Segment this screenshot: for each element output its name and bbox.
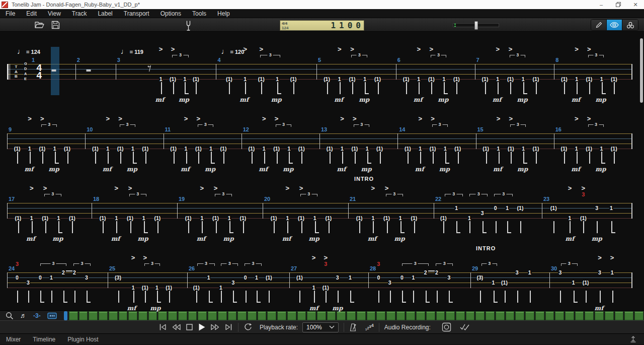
tab-note[interactable]: (1) bbox=[273, 146, 280, 152]
tab-note[interactable]: 3 bbox=[336, 275, 340, 281]
tab-note[interactable]: (1) bbox=[141, 285, 149, 291]
loop-icon[interactable] bbox=[244, 322, 253, 332]
tab-note[interactable]: 1 bbox=[28, 146, 32, 152]
tab-note[interactable]: (1) bbox=[356, 216, 363, 221]
tab-note[interactable]: (1) bbox=[610, 146, 618, 152]
tab-note[interactable]: 1 bbox=[371, 216, 375, 221]
tab-note[interactable]: 1 bbox=[57, 216, 61, 221]
tab-note[interactable]: (1) bbox=[501, 280, 508, 286]
tab-note[interactable]: 2 bbox=[61, 270, 65, 275]
tab-note[interactable]: 1 bbox=[600, 146, 604, 152]
tab-note[interactable]: 0 bbox=[400, 275, 404, 281]
tab-note[interactable]: 0 bbox=[15, 275, 19, 281]
tab-note[interactable]: (1) bbox=[270, 216, 278, 221]
tab-note[interactable]: 1 bbox=[142, 216, 146, 221]
tab-note[interactable]: 1 bbox=[521, 77, 525, 82]
tab-note[interactable]: 3 bbox=[231, 280, 235, 286]
tab-note[interactable]: 1 bbox=[572, 280, 576, 286]
tab-measure[interactable]: 23>>3(1)1(1)31mfmp bbox=[542, 175, 632, 244]
tab-note[interactable]: (1) bbox=[63, 146, 71, 152]
tab-note[interactable]: 1 bbox=[575, 77, 579, 82]
tab-measure[interactable]: 7>>3(1)1(1)1(1)mfmp bbox=[475, 36, 554, 105]
tab-note[interactable]: (1) bbox=[248, 146, 256, 152]
tab-note[interactable]: (1) bbox=[14, 216, 22, 221]
tab-measure[interactable]: 8>>3(1)1(1)1(1)mfmp bbox=[554, 36, 632, 105]
vertical-scrollbar[interactable] bbox=[640, 37, 643, 309]
tab-note[interactable]: (1) bbox=[265, 275, 273, 281]
tab-note[interactable]: 1 bbox=[313, 216, 317, 221]
tab-note[interactable]: 3 bbox=[598, 270, 602, 275]
tab-note[interactable]: (3) bbox=[114, 275, 122, 281]
tab-note[interactable]: 1 bbox=[505, 205, 509, 211]
open-file-icon[interactable] bbox=[34, 19, 44, 31]
volume-slider-track[interactable] bbox=[453, 23, 499, 27]
count-in-icon[interactable]: 1234 bbox=[365, 325, 374, 330]
tab-note[interactable]: 3 bbox=[595, 205, 599, 211]
play-button[interactable] bbox=[198, 322, 206, 332]
tab-measure[interactable]: 17>>3(1)1(1)1(1)mfmp bbox=[7, 175, 92, 244]
tab-note[interactable]: (1) bbox=[351, 146, 358, 152]
rewind-button[interactable] bbox=[172, 322, 181, 332]
tab-note[interactable]: 1 bbox=[275, 77, 279, 82]
tab-note[interactable]: (1) bbox=[14, 146, 21, 152]
tab-note[interactable]: 2 bbox=[435, 270, 439, 275]
tab-note[interactable]: (1) bbox=[323, 77, 331, 82]
tab-note[interactable]: (1) bbox=[517, 205, 524, 211]
tab-note[interactable]: 1 bbox=[411, 275, 415, 281]
upload-icon[interactable] bbox=[629, 335, 637, 345]
tab-note[interactable]: 1 bbox=[496, 77, 500, 82]
tab-note[interactable]: (1) bbox=[349, 77, 356, 82]
tab-note[interactable]: (1) bbox=[532, 77, 540, 82]
tab-note[interactable]: 1 bbox=[312, 285, 316, 291]
record-button[interactable] bbox=[442, 322, 451, 332]
tab-note[interactable]: 1 bbox=[285, 216, 289, 221]
tab-note[interactable]: 0 bbox=[38, 275, 42, 281]
tab-note[interactable]: 1 bbox=[348, 275, 352, 281]
tab-measure[interactable]: 11>>3(1)1(1)1(1)mfmp bbox=[164, 105, 242, 175]
skip-to-start-button[interactable] bbox=[158, 322, 167, 332]
tab-note[interactable]: (1) bbox=[429, 146, 437, 152]
tab-note[interactable]: (1) bbox=[225, 77, 233, 82]
tab-measure[interactable]: 144♩ = 124 bbox=[30, 36, 75, 105]
tab-note[interactable]: (1) bbox=[482, 146, 490, 152]
tab-note[interactable]: (1) bbox=[582, 280, 590, 286]
tab-note[interactable]: (1) bbox=[585, 146, 593, 152]
tab-measure[interactable]: 29INTRO3(3)1(1)31 bbox=[470, 244, 549, 314]
tab-note[interactable]: 1 bbox=[227, 216, 231, 221]
tab-note[interactable]: 1 bbox=[497, 146, 501, 152]
tab-note[interactable]: 3 bbox=[447, 275, 451, 281]
tab-note[interactable]: (1) bbox=[550, 205, 557, 211]
tuner-icon[interactable] bbox=[185, 20, 192, 32]
tab-note[interactable]: (1) bbox=[428, 77, 435, 82]
tab-note[interactable]: 2 bbox=[72, 270, 76, 275]
menu-item-edit[interactable]: Edit bbox=[21, 9, 42, 18]
tab-measure[interactable]: 3♩ = 119>>31(1)1(1)mfmp bbox=[116, 36, 216, 105]
tab-note[interactable]: (1) bbox=[92, 146, 99, 152]
tab-note[interactable]: 1 bbox=[243, 77, 247, 82]
tab-note[interactable]: 3 bbox=[480, 211, 485, 216]
tab-note[interactable]: (1) bbox=[220, 146, 227, 152]
tab-measure[interactable]: 21INTRO>>3(1)1(1)1(1)mfmp bbox=[348, 175, 434, 244]
timeline-tab[interactable]: Timeline bbox=[27, 336, 61, 343]
menu-item-tools[interactable]: Tools bbox=[187, 9, 212, 18]
tab-note[interactable]: 1 bbox=[610, 270, 614, 275]
tab-measure[interactable]: 12>>3(1)1(1)1(1)mfmp bbox=[242, 105, 319, 175]
close-icon[interactable]: ✕ bbox=[627, 0, 644, 9]
tab-note[interactable]: (1) bbox=[410, 216, 418, 221]
tab-measure[interactable]: 18>>3(1)1(1)1(1)mfmp bbox=[92, 175, 177, 244]
tab-note[interactable]: (1) bbox=[507, 77, 514, 82]
tab-note[interactable]: 1 bbox=[183, 77, 187, 82]
tab-note[interactable]: (1) bbox=[169, 77, 177, 82]
tab-note[interactable]: 1 bbox=[209, 146, 213, 152]
tab-note[interactable]: (1) bbox=[258, 77, 265, 82]
tab-note[interactable]: (3) bbox=[476, 275, 484, 281]
tab-note[interactable]: 1 bbox=[609, 205, 613, 211]
tab-note[interactable]: (1) bbox=[99, 216, 107, 221]
tab-measure[interactable]: 5>>3(1)1(1)1(1)mfmp bbox=[316, 36, 396, 105]
tab-note[interactable]: 1 bbox=[287, 146, 291, 152]
tab-note[interactable]: (1) bbox=[141, 146, 149, 152]
tab-note[interactable]: (1) bbox=[326, 146, 334, 152]
tab-measure[interactable]: 16>>3(1)1(1)1(1)mfmp bbox=[554, 105, 632, 175]
tab-note[interactable]: (1) bbox=[290, 77, 297, 82]
tab-measure[interactable]: 20>>3(1)1(1)1(1)mfmp bbox=[263, 175, 348, 244]
